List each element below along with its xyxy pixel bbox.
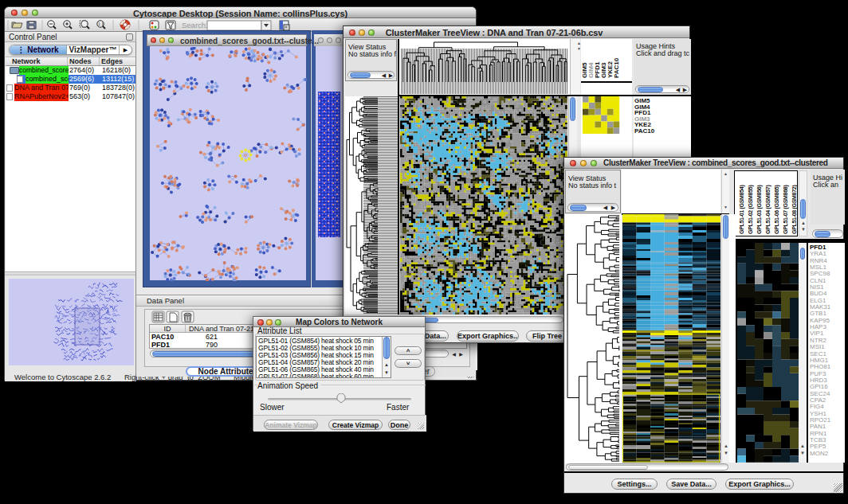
svg-text:Search:: Search: <box>182 21 208 29</box>
svg-text:1:1: 1:1 <box>98 21 104 26</box>
